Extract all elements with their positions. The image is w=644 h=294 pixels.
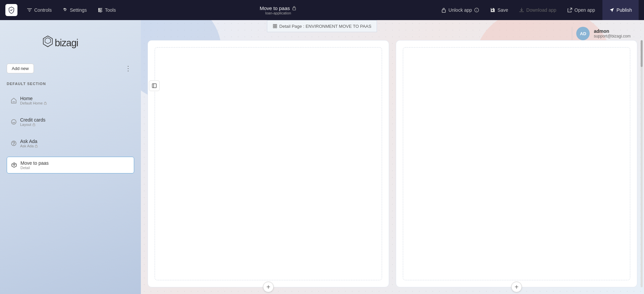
sidebar-item-home[interactable]: Home Default Home bbox=[7, 92, 134, 108]
main-layout: bizagi Add new ⋮ DEFAULT SECTION Home De… bbox=[0, 20, 644, 294]
canvas-area: AD admon support@bizagi.com + + bbox=[141, 20, 644, 294]
svg-rect-6 bbox=[273, 26, 275, 28]
breadcrumb: Detail Page : ENVIRONMENT MOVE TO PAAS bbox=[267, 20, 377, 32]
app-title-area: Move to paas loan-application bbox=[122, 5, 434, 15]
svg-rect-9 bbox=[44, 103, 47, 104]
sidebar-item-credit-cards[interactable]: Credit cards Layout bbox=[7, 114, 134, 130]
tools-button[interactable]: Tools bbox=[94, 5, 120, 15]
credit-cards-icon bbox=[11, 119, 17, 125]
bizagi-logo-svg: bizagi bbox=[40, 33, 101, 52]
download-app-button[interactable]: Download app bbox=[514, 5, 561, 15]
user-name: admon bbox=[594, 28, 631, 34]
add-new-button[interactable]: Add new bbox=[7, 64, 34, 73]
canvas-panel-right: + bbox=[396, 40, 637, 287]
more-options-button[interactable]: ⋮ bbox=[122, 63, 134, 74]
svg-rect-7 bbox=[275, 26, 277, 28]
svg-point-12 bbox=[14, 144, 14, 145]
user-details: admon support@bizagi.com bbox=[594, 28, 631, 39]
lock-icon bbox=[35, 144, 38, 148]
sidebar-item-ask-ada[interactable]: Ask Ada Ask Ada bbox=[7, 135, 134, 151]
add-element-right-button[interactable]: + bbox=[511, 282, 522, 292]
top-navigation: Controls Settings Tools Move to paas loa… bbox=[0, 0, 644, 20]
sidebar-actions: Add new ⋮ bbox=[7, 63, 134, 74]
divider bbox=[572, 27, 572, 40]
add-element-left-button[interactable]: + bbox=[263, 282, 274, 292]
user-email: support@bizagi.com bbox=[594, 34, 631, 39]
save-button[interactable]: Save bbox=[485, 5, 513, 15]
sidebar-item-move-to-paas[interactable]: Move to paas Detail bbox=[7, 157, 134, 173]
canvas-panel-left: + bbox=[148, 40, 389, 287]
svg-point-10 bbox=[11, 120, 16, 124]
controls-button[interactable]: Controls bbox=[23, 5, 56, 15]
home-icon bbox=[11, 97, 17, 103]
ask-ada-icon bbox=[11, 140, 17, 146]
svg-rect-1 bbox=[442, 10, 445, 12]
settings-button[interactable]: Settings bbox=[58, 5, 91, 15]
collapse-icon bbox=[152, 83, 157, 88]
nav-right-actions: Unlock app i Save Download app Open app bbox=[436, 5, 600, 15]
app-title: Move to paas bbox=[260, 5, 297, 11]
scrollbar-thumb bbox=[641, 40, 643, 67]
canvas-content: + + bbox=[148, 40, 637, 287]
sidebar-logo: bizagi bbox=[7, 27, 134, 55]
canvas-panel-right-inner bbox=[403, 47, 630, 280]
open-app-button[interactable]: Open app bbox=[562, 5, 600, 15]
svg-rect-11 bbox=[33, 124, 35, 126]
svg-rect-5 bbox=[275, 24, 277, 26]
svg-text:i: i bbox=[476, 9, 477, 12]
svg-rect-14 bbox=[152, 84, 156, 88]
collapse-panel-button[interactable] bbox=[149, 80, 160, 91]
section-label: DEFAULT SECTION bbox=[7, 82, 134, 86]
move-to-paas-icon bbox=[11, 162, 17, 168]
publish-button[interactable]: Publish bbox=[602, 0, 639, 20]
canvas-panel-left-inner bbox=[155, 47, 382, 280]
svg-rect-4 bbox=[273, 24, 275, 26]
user-info: AD admon support@bizagi.com bbox=[572, 27, 631, 40]
avatar: AD bbox=[576, 27, 590, 40]
svg-text:bizagi: bizagi bbox=[55, 38, 78, 48]
breadcrumb-icon bbox=[273, 24, 277, 28]
vertical-scrollbar[interactable] bbox=[641, 40, 643, 287]
lock-icon bbox=[32, 123, 36, 126]
svg-rect-13 bbox=[35, 146, 38, 147]
svg-rect-0 bbox=[293, 8, 296, 10]
app-logo bbox=[5, 4, 17, 16]
unlock-app-button[interactable]: Unlock app i bbox=[436, 5, 484, 15]
lock-icon bbox=[44, 101, 47, 105]
sidebar: bizagi Add new ⋮ DEFAULT SECTION Home De… bbox=[0, 20, 141, 294]
